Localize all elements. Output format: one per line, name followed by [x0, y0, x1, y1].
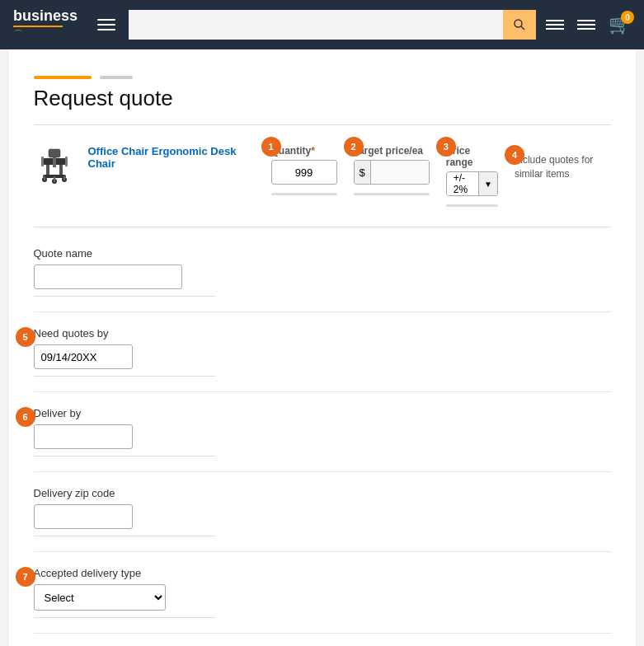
header-nav: 🛒 0 [546, 14, 631, 35]
deliver-by-input[interactable] [34, 424, 133, 449]
section-divider-5 [34, 633, 611, 634]
step-badge-6: 6 [16, 407, 35, 427]
header-nav-lines [546, 20, 564, 30]
section-divider-2 [34, 391, 611, 392]
delivery-type-label: Accepted delivery type [34, 567, 611, 579]
section-divider-1 [34, 311, 611, 312]
svg-rect-14 [41, 157, 44, 166]
quantity-progress [271, 193, 337, 195]
step-badge-5: 5 [16, 327, 35, 347]
item-controls: 1 Quantity* 2 Target price/ea $ [271, 145, 611, 207]
header-nav-lines-2 [577, 20, 595, 30]
nav-line [577, 28, 595, 30]
logo-arrow: ⌒ [13, 28, 23, 42]
need-quotes-input[interactable] [34, 344, 133, 369]
search-icon [513, 18, 526, 31]
similar-items-label: Include quotes for similar items [515, 153, 611, 181]
svg-rect-5 [59, 165, 63, 176]
logo-area: business ⌒ [13, 8, 87, 42]
nav-line [577, 24, 595, 26]
quote-name-label: Quote name [34, 247, 611, 260]
svg-line-1 [521, 26, 524, 30]
quote-name-section: Quote name [34, 236, 611, 308]
need-quotes-section: 5 Need quotes by [34, 316, 611, 388]
divider-2 [34, 227, 611, 227]
search-bar [129, 10, 536, 40]
logo-underline [13, 26, 63, 27]
svg-rect-4 [46, 165, 49, 176]
quantity-group: 1 Quantity* [271, 145, 337, 195]
target-price-label: Target price/ea [354, 145, 430, 157]
step-badge-2: 2 [344, 137, 364, 157]
main-content: Request quote [9, 49, 636, 646]
quantity-input[interactable] [271, 160, 337, 185]
progress-step-1 [34, 76, 92, 79]
nav-line [546, 28, 564, 30]
delivery-type-section: 7 Accepted delivery type Select Standard… [34, 555, 611, 630]
cart-badge: 0 [621, 11, 634, 24]
quantity-label: Quantity* [271, 145, 337, 157]
step-badge-7: 7 [16, 567, 35, 587]
zip-code-label: Delivery zip code [34, 487, 611, 499]
logo-text: business [13, 8, 78, 23]
item-details: Office Chair Ergonomic Desk Chair [88, 145, 258, 173]
nav-line [546, 20, 564, 21]
page-title: Request quote [34, 86, 611, 111]
search-button[interactable] [503, 10, 536, 40]
zip-code-input[interactable] [34, 504, 133, 529]
field-underline-3 [34, 456, 215, 456]
step-badge-3: 3 [436, 137, 456, 157]
deliver-by-label: Deliver by [34, 407, 611, 419]
menu-line [97, 29, 115, 30]
progress-area [34, 66, 611, 79]
field-underline-2 [34, 376, 215, 377]
field-underline [34, 296, 215, 297]
section-divider-3 [34, 471, 611, 472]
item-name[interactable]: Office Chair Ergonomic Desk Chair [88, 145, 258, 170]
svg-rect-12 [54, 176, 55, 182]
price-range-group: 3 Price range +/- 2% ▼ [446, 145, 498, 207]
menu-line [97, 24, 115, 26]
field-underline-4 [34, 536, 215, 536]
target-price-group: 2 Target price/ea $ [354, 145, 430, 195]
target-price-input-row: $ [354, 160, 430, 185]
step-badge-1: 1 [261, 137, 281, 157]
nav-line [577, 20, 595, 21]
svg-rect-2 [49, 149, 60, 157]
range-progress [446, 204, 498, 207]
progress-step-2 [100, 76, 133, 79]
price-prefix: $ [355, 161, 371, 184]
price-range-value: +/- 2% [447, 172, 478, 195]
svg-rect-7 [53, 157, 56, 167]
zip-code-section: Delivery zip code [34, 475, 611, 548]
field-underline-5 [34, 617, 215, 618]
chair-icon [36, 145, 73, 186]
section-divider-4 [34, 551, 611, 552]
quote-name-input[interactable] [34, 264, 182, 289]
delivery-type-select[interactable]: Select Standard Express Freight [34, 584, 166, 611]
item-image [34, 145, 75, 186]
price-bar[interactable] [371, 161, 429, 184]
svg-point-0 [515, 20, 522, 27]
cart-icon[interactable]: 🛒 0 [609, 14, 631, 35]
price-range-arrow[interactable]: ▼ [478, 172, 497, 195]
item-row: Office Chair Ergonomic Desk Chair 1 Quan… [34, 133, 611, 218]
hamburger-menu[interactable] [97, 19, 115, 30]
svg-rect-11 [44, 176, 45, 180]
menu-line [97, 19, 115, 21]
item-section: Office Chair Ergonomic Desk Chair 1 Quan… [34, 133, 611, 218]
divider [34, 124, 611, 125]
need-quotes-label: Need quotes by [34, 327, 611, 339]
step-badge-4: 4 [505, 145, 524, 165]
header: business ⌒ 🛒 0 [0, 0, 644, 49]
similar-items-group: 4 Include quotes for similar items [515, 153, 611, 181]
svg-rect-15 [65, 157, 68, 166]
nav-line [546, 24, 564, 26]
business-share-section: 8 Can we share your business name (Sova … [34, 637, 611, 646]
search-input[interactable] [129, 10, 503, 40]
price-range-input-row: +/- 2% ▼ [446, 171, 498, 196]
deliver-by-section: 6 Deliver by [34, 396, 611, 468]
svg-rect-13 [63, 176, 65, 180]
price-progress [354, 193, 430, 195]
